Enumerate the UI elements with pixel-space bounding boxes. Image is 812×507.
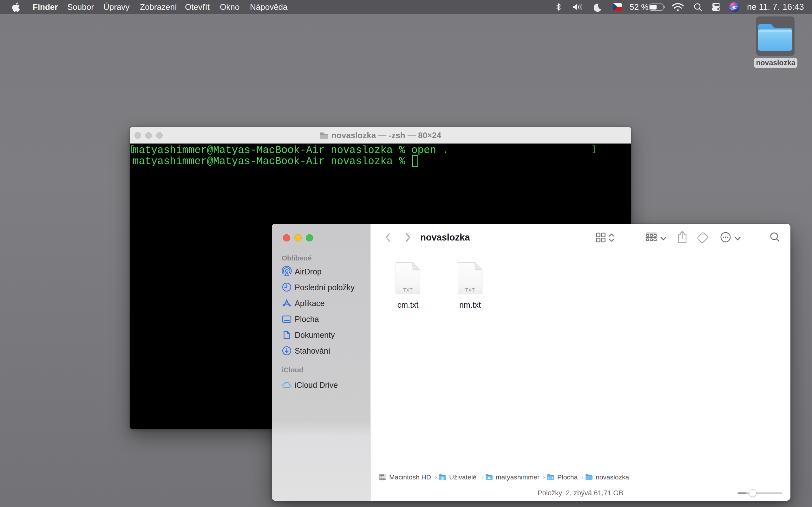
svg-text:TXT: TXT: [465, 287, 475, 292]
svg-text:TXT: TXT: [403, 287, 413, 292]
